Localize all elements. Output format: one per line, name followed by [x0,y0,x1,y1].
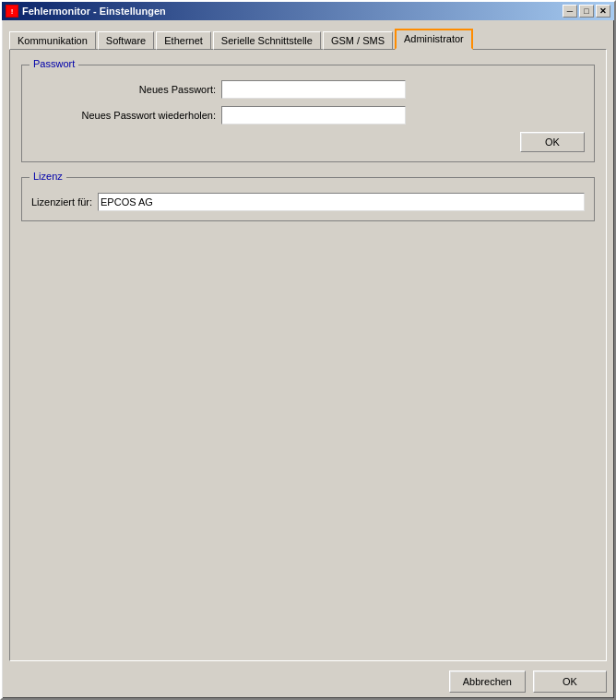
ok-button[interactable]: OK [533,670,607,693]
passwort-group: Passwort Neues Passwort: Neues Passwort … [21,65,595,162]
app-icon: ! [6,5,18,18]
passwort-ok-button[interactable]: OK [520,132,585,152]
passwort-group-title: Passwort [30,58,78,69]
tab-kommunikation[interactable]: Kommunikation [9,31,96,50]
tab-content: Passwort Neues Passwort: Neues Passwort … [9,49,607,661]
tab-software[interactable]: Software [98,31,154,50]
confirm-password-row: Neues Passwort wiederholen: [31,106,585,125]
tab-gsm[interactable]: GSM / SMS [323,31,393,50]
title-bar-text: ! Fehlermonitor - Einstellungen [6,5,166,18]
window-content: Kommunikation Software Ethernet Serielle… [2,20,614,665]
new-password-input[interactable] [221,80,406,99]
lizenz-group: Lizenz Lizenziert für: [21,177,595,221]
cancel-button[interactable]: Abbrechen [449,670,526,693]
new-password-row: Neues Passwort: [31,80,585,99]
lizenz-input[interactable] [98,193,585,211]
window-title: Fehlermonitor - Einstellungen [22,6,166,17]
confirm-password-label: Neues Passwort wiederholen: [31,110,216,121]
main-window: ! Fehlermonitor - Einstellungen ─ □ ✕ Ko… [0,0,616,700]
tab-serielle[interactable]: Serielle Schnittstelle [213,31,321,50]
close-button[interactable]: ✕ [596,5,610,18]
bottom-bar: Abbrechen OK [2,665,614,698]
title-bar-controls: ─ □ ✕ [563,5,610,18]
minimize-button[interactable]: ─ [563,5,577,18]
passwort-ok-row: OK [31,132,585,152]
confirm-password-input[interactable] [221,106,406,125]
new-password-label: Neues Passwort: [31,84,216,95]
tab-administrator[interactable]: Administrator [395,29,473,50]
lizenz-row: Lizenziert für: [31,193,585,211]
tab-bar: Kommunikation Software Ethernet Serielle… [6,24,610,49]
maximize-button[interactable]: □ [579,5,594,18]
lizenz-label: Lizenziert für: [31,196,92,208]
title-bar: ! Fehlermonitor - Einstellungen ─ □ ✕ [2,2,614,20]
lizenz-group-title: Lizenz [30,171,66,182]
tab-ethernet[interactable]: Ethernet [156,31,211,50]
